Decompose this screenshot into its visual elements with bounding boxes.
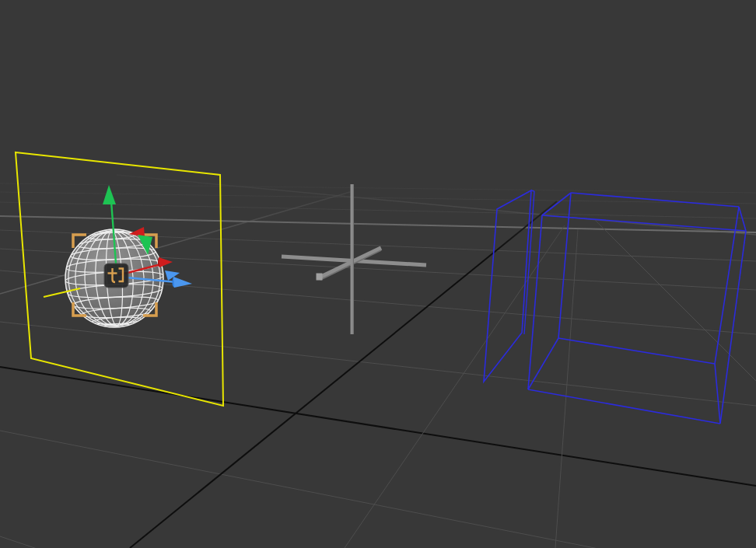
- cross-y-bar-shade: [353, 184, 354, 334]
- axis-lock-icon[interactable]: [104, 264, 128, 288]
- axis-lock-icon-bg[interactable]: [104, 264, 128, 288]
- cross-z-end-cap: [317, 274, 323, 281]
- viewport-3d[interactable]: [0, 0, 756, 548]
- plane-slab-top-edge: [531, 190, 534, 191]
- scene-canvas[interactable]: [0, 0, 756, 548]
